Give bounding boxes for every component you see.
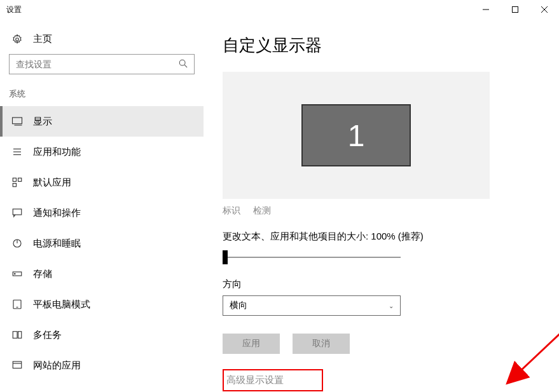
section-label: 系统 (0, 86, 204, 106)
detect-link[interactable]: 检测 (253, 205, 271, 217)
svg-rect-12 (13, 178, 16, 181)
nav-label: 平板电脑模式 (33, 299, 90, 311)
svg-line-6 (184, 65, 187, 67)
home-label: 主页 (33, 33, 52, 45)
nav-label: 通知和操作 (33, 207, 81, 219)
svg-point-4 (16, 37, 19, 41)
gear-icon (11, 34, 23, 45)
window-title: 设置 (6, 4, 22, 15)
nav-multitask[interactable]: 多任务 (0, 320, 204, 350)
orientation-value: 横向 (230, 300, 247, 311)
nav-website-apps[interactable]: 网站的应用 (0, 350, 204, 381)
scale-label: 更改文本、应用和其他项目的大小: 100% (推荐) (223, 231, 540, 243)
orientation-dropdown[interactable]: 横向 ⌄ (223, 295, 401, 316)
minimize-button[interactable] (471, 0, 500, 19)
display-preview[interactable]: 1 (223, 72, 490, 199)
nav-list: 显示 应用和功能 默认应用 通知和操作 (0, 106, 204, 381)
apply-button[interactable]: 应用 (223, 334, 280, 354)
identify-link[interactable]: 标识 (223, 205, 240, 217)
search-box[interactable] (9, 54, 195, 74)
svg-rect-14 (13, 184, 16, 187)
page-title: 自定义显示器 (223, 34, 540, 57)
list-icon (11, 146, 23, 158)
svg-rect-15 (13, 209, 22, 215)
svg-rect-1 (513, 7, 518, 13)
advanced-display-link[interactable]: 高级显示设置 (223, 369, 323, 391)
search-icon (179, 59, 189, 69)
slider-thumb[interactable] (223, 250, 228, 264)
nav-label: 电源和睡眠 (33, 238, 81, 250)
nav-notifications[interactable]: 通知和操作 (0, 198, 204, 228)
tablet-icon (11, 299, 23, 310)
monitor-thumbnail[interactable]: 1 (301, 104, 411, 166)
home-link[interactable]: 主页 (0, 28, 204, 54)
nav-label: 网站的应用 (33, 360, 81, 372)
svg-point-19 (15, 273, 16, 274)
nav-storage[interactable]: 存储 (0, 259, 204, 289)
multitask-icon (11, 329, 23, 341)
nav-label: 存储 (33, 268, 52, 280)
nav-label: 显示 (33, 116, 52, 128)
nav-label: 多任务 (33, 329, 62, 341)
main-pane: 自定义显示器 1 标识 检测 更改文本、应用和其他项目的大小: 100% (推荐… (204, 19, 559, 392)
nav-label: 应用和功能 (33, 146, 81, 158)
chat-icon (11, 207, 23, 219)
sidebar: 主页 系统 显示 应用和功能 (0, 19, 204, 392)
svg-point-5 (179, 60, 185, 65)
cancel-button[interactable]: 取消 (293, 334, 350, 354)
nav-label: 默认应用 (33, 177, 71, 189)
nav-tablet[interactable]: 平板电脑模式 (0, 289, 204, 320)
close-button[interactable] (530, 0, 559, 19)
svg-rect-22 (13, 332, 17, 339)
maximize-button[interactable] (500, 0, 530, 19)
orientation-label: 方向 (223, 278, 540, 290)
svg-rect-23 (18, 332, 22, 339)
nav-default-apps[interactable]: 默认应用 (0, 167, 204, 198)
drive-icon (11, 268, 23, 280)
svg-rect-24 (13, 362, 22, 368)
nav-display[interactable]: 显示 (0, 106, 204, 137)
slider-track (223, 257, 401, 258)
title-bar: 设置 (0, 0, 559, 19)
search-input[interactable] (15, 58, 179, 70)
nav-apps[interactable]: 应用和功能 (0, 137, 204, 167)
chevron-down-icon: ⌄ (389, 302, 394, 309)
nav-power[interactable]: 电源和睡眠 (0, 228, 204, 259)
power-icon (11, 238, 23, 249)
svg-rect-13 (18, 178, 22, 181)
defaults-icon (11, 177, 23, 188)
window-controls (471, 0, 559, 19)
monitor-number: 1 (348, 118, 365, 153)
monitor-icon (11, 116, 23, 127)
svg-rect-7 (13, 118, 22, 124)
website-icon (11, 360, 23, 371)
scale-slider[interactable] (223, 250, 401, 266)
